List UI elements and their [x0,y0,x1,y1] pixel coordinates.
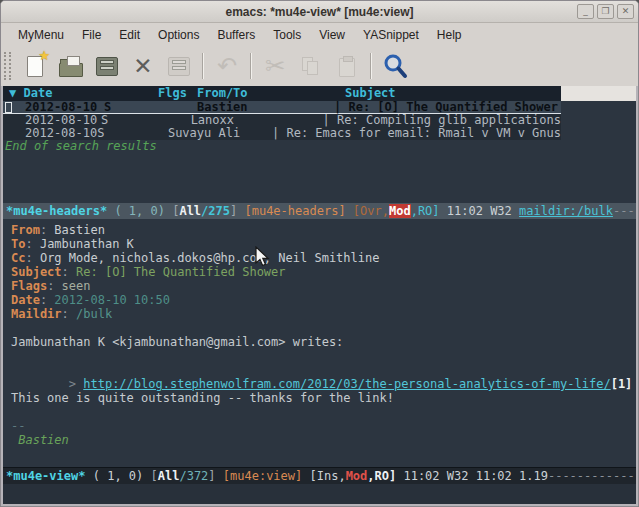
toolbar-grip[interactable] [4,52,11,80]
mu4e-view-window: From: Bastien To: Jambunathan K Cc: Org … [3,219,636,467]
modeline-segment: Mod [389,204,411,218]
star-icon: ★ [38,48,50,63]
column-header-date[interactable]: Date [23,86,52,100]
delete-x-icon: ✕ [133,55,152,78]
open-folder-icon [59,63,83,77]
modeline-segment: ( 1, 0) [107,204,172,218]
quote-mark: > [69,377,83,391]
body-text-line: This one is quite outstanding -- thanks … [11,391,636,405]
field-from: From: Bastien [11,223,636,237]
column-header-from[interactable]: From/To [197,86,345,101]
menu-item-help[interactable]: Help [428,26,471,44]
modeline-segment: /275 [201,204,230,218]
new-file-button[interactable]: ★ [17,49,53,83]
search-button[interactable] [377,49,413,83]
body-quoted-link-line: > http://blog.stephenwolfram.com/2012/03… [11,363,636,377]
field-label: Cc [11,251,25,265]
copy-icon [301,56,321,76]
modeline-segment: [Ovr, [353,204,389,218]
mode-line-headers: *mu4e-headers* ( 1, 0) [All/275] [mu4e-h… [3,203,636,219]
modeline-segment: -------------------- [548,469,636,483]
field-value[interactable]: /bulk [76,307,112,321]
window-controls: _ ❐ ✕ [577,4,634,19]
modeline-segment: Mod [346,469,368,483]
field-label: From [11,223,40,237]
link-footnote-ref[interactable]: [1] [611,377,633,391]
open-file-button[interactable] [53,49,89,83]
field-label: Flags [11,279,47,293]
undo-button: ↶ [209,49,245,83]
field-to: To: Jambunathan K [11,237,636,251]
emacs-frame: ▼ Date Flgs From/To Subject 2012-08-10 S… [1,86,638,506]
menu-item-buffers[interactable]: Buffers [208,26,264,44]
field-value: 2012-08-10 10:50 [54,293,170,307]
menu-item-file[interactable]: File [73,26,110,44]
menu-item-tools[interactable]: Tools [264,26,310,44]
field-value: seen [62,279,91,293]
delete-button[interactable]: ✕ [125,49,161,83]
minibuffer[interactable] [3,484,636,504]
modeline-segment: *mu4e-headers* [6,204,107,218]
modeline-segment: All [179,204,201,218]
titlebar: emacs: *mu4e-view* [mu4e:view] _ ❐ ✕ [1,1,638,23]
field-value: Re: [O] The Quantified Shower [76,265,286,279]
maximize-button[interactable]: ❐ [597,4,614,19]
signature-separator: -- [11,419,636,433]
modeline-segment: ] [208,469,222,483]
headers-header-line-fields: ▼ Date Flgs From/To Subject [3,86,561,101]
field-date: Date: 2012-08-10 10:50 [11,293,636,307]
modeline-segment: ,RO] [367,469,403,483]
row-subject: | Re: [O] The Quantified Shower [334,101,558,113]
new-file-icon: ★ [27,56,43,77]
paste-clipboard-icon [339,58,355,77]
mu4e-headers-window: ▼ Date Flgs From/To Subject 2012-08-10 S… [3,86,636,203]
sort-descending-icon[interactable]: ▼ [9,86,23,100]
row-from: Suvayu Ali [168,127,272,140]
mode-line-view: *mu4e-view* ( 1, 0) [All/372] [mu4e:view… [3,467,636,484]
menu-item-mymenu[interactable]: MyMenu [9,26,73,44]
modeline-segment: ,RO] [411,204,447,218]
end-of-search-results: End of search results [3,140,636,153]
modeline-segment: [mu4e-headers] [244,204,352,218]
menu-item-edit[interactable]: Edit [110,26,149,44]
window-title: emacs: *mu4e-view* [mu4e:view] [225,5,413,19]
hyperlink[interactable]: http://blog.stephenwolfram.com/2012/03/t… [83,377,610,391]
field-value: Org Mode, nicholas.dokos@hp.com, Neil Sm… [40,251,380,265]
modeline-segment: [mu4e:view] [223,469,310,483]
cut-scissors-icon: ✂ [265,54,285,78]
toolbar-separator [250,53,252,79]
toolbar-separator [370,53,372,79]
modeline-segment: ( 1, 0) [85,469,150,483]
menu-item-yasnippet[interactable]: YASnippet [354,26,428,44]
field-value: Jambunathan K [40,237,134,251]
save-as-icon [168,57,190,76]
column-header-flags[interactable]: Flgs [158,86,197,101]
modeline-segment: --------- [613,204,636,218]
paste-button [329,49,365,83]
save-as-button [161,49,197,83]
minimize-button[interactable]: _ [577,4,594,19]
signature-name: Bastien [11,433,636,447]
row-date: 2012-08-10 [25,101,104,113]
toolbar-separator [202,53,204,79]
modeline-segment: [Ins, [310,469,346,483]
menu-item-view[interactable]: View [310,26,354,44]
body-attribution-line: Jambunathan K <kjambunathan@gmail.com> w… [11,335,636,349]
column-header-subject[interactable]: Subject [345,86,396,101]
modeline-segment: [ [151,469,158,483]
close-button[interactable]: ✕ [617,4,634,19]
field-cc: Cc: Org Mode, nicholas.dokos@hp.com, Nei… [11,251,636,265]
field-subject: Subject: Re: [O] The Quantified Shower [11,265,636,279]
cut-button: ✂ [257,49,293,83]
save-button[interactable] [89,49,125,83]
field-label: Subject [11,265,62,279]
field-flags: Flags: seen [11,279,636,293]
row-flags: S [104,101,197,113]
undo-icon: ↶ [217,54,237,78]
modeline-segment: ] [230,204,244,218]
modeline-segment: 11:02 W32 11:02 1.19 [403,469,548,483]
emacs-hollow-cursor [5,102,12,113]
modeline-segment: *mu4e-view* [6,469,85,483]
menu-item-options[interactable]: Options [149,26,208,44]
headers-header-line: ▼ Date Flgs From/To Subject [3,86,636,101]
